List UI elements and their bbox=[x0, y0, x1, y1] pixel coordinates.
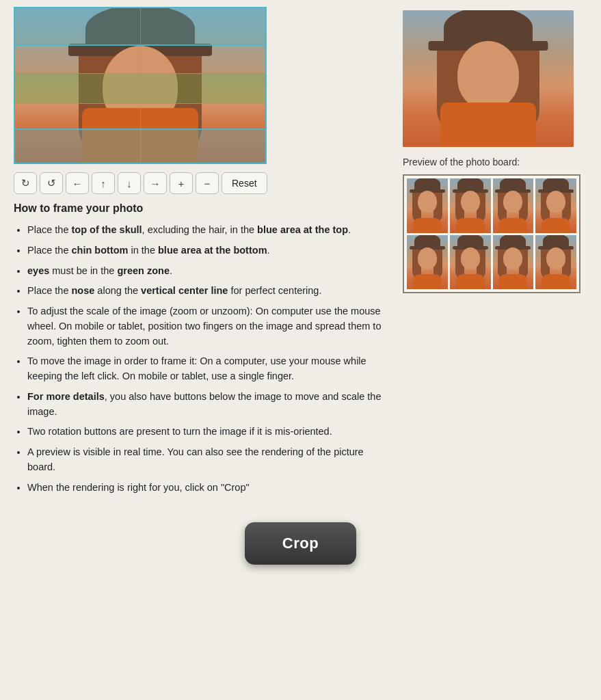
board-cell-7 bbox=[493, 235, 534, 290]
preview-photo bbox=[403, 10, 574, 147]
zoom-in-button[interactable]: + bbox=[170, 172, 193, 194]
canvas-photo-bg bbox=[15, 8, 265, 163]
zoom-out-button[interactable]: − bbox=[196, 172, 219, 194]
instruction-item-3: eyes must be in the green zone. bbox=[27, 264, 382, 279]
crop-button[interactable]: Crop bbox=[245, 522, 356, 565]
rotate-ccw-button[interactable]: ↺ bbox=[40, 172, 63, 194]
instructions-heading: How to frame your photo bbox=[14, 202, 382, 215]
board-cell-4 bbox=[535, 178, 576, 233]
board-cell-5 bbox=[407, 235, 448, 290]
board-cell-3 bbox=[493, 178, 534, 233]
instructions-list: Place the top of the skull, excluding th… bbox=[14, 223, 382, 495]
photo-board-container bbox=[403, 174, 580, 293]
left-column: ↻ ↺ ← ↑ ↓ → + − Reset How to frame your … bbox=[14, 7, 382, 502]
preview-face-shape bbox=[457, 41, 519, 109]
instruction-item-7: For more details, you also have buttons … bbox=[27, 390, 382, 420]
instruction-item-9: A preview is visible in real time. You c… bbox=[27, 445, 382, 475]
board-cell-6 bbox=[450, 235, 491, 290]
instruction-item-5: To adjust the scale of the image (zoom o… bbox=[27, 304, 382, 349]
instruction-item-4: Place the nose along the vertical center… bbox=[27, 284, 382, 299]
move-down-button[interactable]: ↓ bbox=[118, 172, 141, 194]
instructions-section: How to frame your photo Place the top of… bbox=[14, 202, 382, 502]
move-up-button[interactable]: ↑ bbox=[92, 172, 115, 194]
reset-button[interactable]: Reset bbox=[222, 172, 267, 194]
crop-btn-container: Crop bbox=[0, 502, 601, 585]
photo-board-grid bbox=[407, 178, 576, 289]
rotate-cw-button[interactable]: ↻ bbox=[14, 172, 37, 194]
right-column: Preview of the photo board: bbox=[403, 7, 587, 502]
move-right-button[interactable]: → bbox=[144, 172, 167, 194]
toolbar: ↻ ↺ ← ↑ ↓ → + − Reset bbox=[14, 172, 382, 194]
board-cell-8 bbox=[535, 235, 576, 290]
instruction-item-10: When the rendering is right for you, cli… bbox=[27, 481, 382, 496]
board-cell-2 bbox=[450, 178, 491, 233]
instruction-item-2: Place the chin bottom in the blue area a… bbox=[27, 243, 382, 258]
photo-canvas[interactable] bbox=[14, 7, 267, 164]
main-layout: ↻ ↺ ← ↑ ↓ → + − Reset How to frame your … bbox=[0, 0, 601, 502]
preview-label: Preview of the photo board: bbox=[403, 157, 587, 167]
board-cell-1 bbox=[407, 178, 448, 233]
instruction-item-6: To move the image in order to frame it: … bbox=[27, 354, 382, 384]
body-shape bbox=[82, 108, 198, 163]
preview-body-shape bbox=[440, 103, 536, 147]
instruction-item-8: Two rotation buttons are present to turn… bbox=[27, 425, 382, 440]
instruction-item-1: Place the top of the skull, excluding th… bbox=[27, 223, 382, 238]
move-left-button[interactable]: ← bbox=[66, 172, 89, 194]
